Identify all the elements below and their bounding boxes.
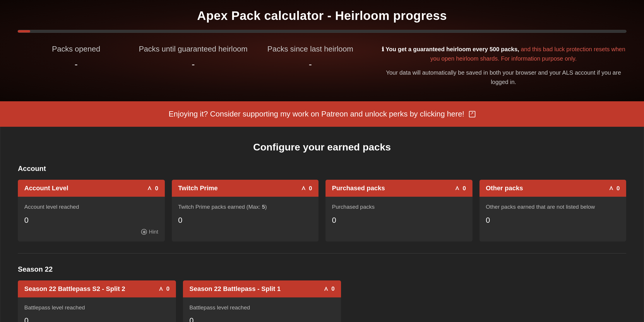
twitch-prime-card: Twitch Prime 0 Twitch Prime packs earned… [172,180,319,242]
other-packs-count: 0 [608,185,620,192]
s22-battlepass-s1-count: 0 [323,285,335,292]
twitch-prime-count: 0 [301,185,312,192]
account-level-card: Account Level 0 Account level reached ⊕ [18,180,165,242]
stats-row: Packs opened - Packs until guaranteed he… [18,44,626,87]
page-wrapper: Apex Pack calculator - Heirloom progress… [0,0,644,322]
account-level-count: 0 [147,185,158,192]
season-label: Season 22 [18,265,626,273]
info-icon: ℹ [382,46,386,52]
page-title: Apex Pack calculator - Heirloom progress [18,9,626,23]
twitch-prime-card-body: Twitch Prime packs earned (Max: 5) [172,197,319,231]
purchased-packs-count-value: 0 [463,185,466,192]
account-section-label: Account [18,165,626,173]
configure-section: Configure your earned packs Account Acco… [0,127,644,322]
account-level-count-value: 0 [155,185,158,192]
s22-battlepass-s1-count-value: 0 [331,285,335,292]
other-packs-title: Other packs [486,184,523,192]
apex-pack-icon [147,185,153,191]
purchased-pack-icon [454,185,460,191]
account-level-card-header: Account Level 0 [18,180,165,197]
twitch-prime-card-header: Twitch Prime 0 [172,180,319,197]
purchased-packs-card: Purchased packs 0 Purchased packs [326,180,472,242]
season-cards-row: Season 22 Battlepass S2 - Split 2 0 Batt… [18,280,626,322]
purchased-packs-count: 0 [454,185,466,192]
s22-battlepass-s2-body: Battlepass level reached [18,297,176,322]
purchased-packs-card-header: Purchased packs 0 [326,180,472,197]
s22-s1-pack-icon [323,286,329,292]
twitch-prime-title: Twitch Prime [178,184,218,192]
twitch-pack-icon [301,185,306,191]
info-footer-text: Your data will automatically be saved in… [381,68,626,87]
s22-battlepass-s2-header: Season 22 Battlepass S2 - Split 2 0 [18,280,176,297]
stat-packs-since-heirloom: Packs since last heirloom - [252,44,369,70]
patreon-text: Enjoying it? Consider supporting my work… [169,109,464,119]
section-title: Configure your earned packs [18,141,626,153]
s22-battlepass-s2-input[interactable] [24,316,54,322]
section-divider [18,253,626,254]
stat-packs-until-heirloom-value: - [135,59,252,70]
other-packs-count-value: 0 [616,185,620,192]
twitch-prime-input[interactable] [178,216,208,225]
account-level-title: Account Level [24,184,68,192]
stat-packs-until-heirloom-label: Packs until guaranteed heirloom [135,44,252,54]
hint-icon: ⊕ [141,229,147,235]
stat-packs-since-heirloom-label: Packs since last heirloom [252,44,369,54]
other-packs-card-header: Other packs 0 [479,180,626,197]
stat-packs-since-heirloom-value: - [252,59,369,70]
stat-packs-opened: Packs opened - [18,44,135,70]
purchased-packs-title: Purchased packs [332,184,385,192]
progress-bar-fill [18,30,30,32]
s22-battlepass-s2-title: Season 22 Battlepass S2 - Split 2 [24,285,125,293]
account-cards-row: Account Level 0 Account level reached ⊕ [18,180,626,242]
s22-battlepass-s1-header: Season 22 Battlepass - Split 1 0 [183,280,341,297]
hero-content: Apex Pack calculator - Heirloom progress… [18,9,626,87]
purchased-packs-card-body: Purchased packs [326,197,472,231]
s22-battlepass-s1-body: Battlepass level reached [183,297,341,322]
other-packs-card: Other packs 0 Other packs earned that ar… [479,180,626,242]
s22-battlepass-s1-card: Season 22 Battlepass - Split 1 0 Battlep… [183,280,341,322]
info-bold-text: You get a guaranteed heirloom every 500 … [386,46,519,52]
hint-label: Hint [149,229,158,235]
stat-packs-opened-label: Packs opened [18,44,135,54]
s22-battlepass-s1-input[interactable] [189,316,219,322]
s22-battlepass-s1-description: Battlepass level reached [189,304,335,312]
info-block: ℹ You get a guaranteed heirloom every 50… [369,44,626,87]
s22-battlepass-s2-description: Battlepass level reached [24,304,169,312]
stat-packs-until-heirloom: Packs until guaranteed heirloom - [135,44,252,70]
patreon-banner[interactable]: Enjoying it? Consider supporting my work… [0,101,644,127]
other-pack-icon [608,185,614,191]
external-link-icon [469,111,475,117]
s22-battlepass-s2-count-value: 0 [166,285,169,292]
s22-s2-pack-icon [158,286,164,292]
other-packs-description: Other packs earned that are not listed b… [486,203,620,211]
s22-battlepass-s2-card: Season 22 Battlepass S2 - Split 2 0 Batt… [18,280,176,322]
s22-battlepass-s2-count: 0 [158,285,169,292]
twitch-prime-count-value: 0 [309,185,312,192]
progress-bar-container [18,30,626,33]
hero-section: Apex Pack calculator - Heirloom progress… [0,0,644,101]
twitch-prime-description: Twitch Prime packs earned (Max: 5) [178,203,312,211]
hint-row[interactable]: ⊕ Hint [24,229,158,235]
purchased-packs-input[interactable] [332,216,361,225]
info-text: ℹ You get a guaranteed heirloom every 50… [381,44,626,63]
other-packs-input[interactable] [486,216,515,225]
other-packs-card-body: Other packs earned that are not listed b… [479,197,626,231]
account-level-card-body: Account level reached ⊕ Hint [18,197,165,242]
purchased-packs-description: Purchased packs [332,203,466,211]
stat-packs-opened-value: - [18,59,135,70]
account-level-input[interactable] [24,216,54,225]
s22-battlepass-s1-title: Season 22 Battlepass - Split 1 [189,285,281,293]
account-level-description: Account level reached [24,203,158,211]
